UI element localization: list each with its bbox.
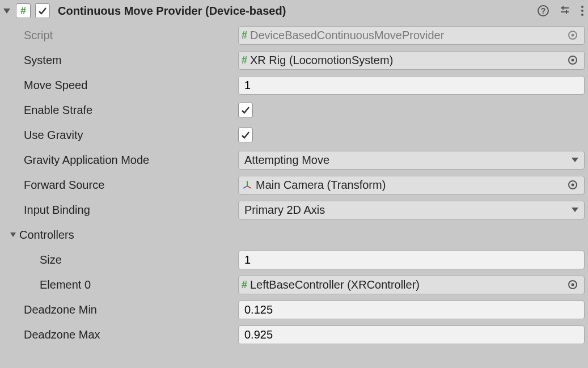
script-field: # DeviceBasedContinuousMoveProvider [238, 26, 585, 45]
system-field[interactable]: # XR Rig (LocomotionSystem) [238, 51, 585, 70]
object-picker-icon[interactable] [565, 30, 581, 40]
script-mini-icon: # [242, 282, 247, 287]
svg-line-14 [247, 186, 251, 188]
controllers-element0-value: LeftBaseController (XRController) [250, 278, 561, 291]
property-rows: Script # DeviceBasedContinuousMoveProvid… [0, 22, 588, 350]
foldout-icon [10, 232, 16, 237]
deadzone-max-field[interactable] [238, 325, 585, 344]
use-gravity-checkbox[interactable] [238, 128, 253, 142]
move-speed-field[interactable] [238, 76, 585, 95]
label-forward-source: Forward Source [3, 179, 238, 192]
script-value: DeviceBasedContinuousMoveProvider [250, 29, 561, 42]
svg-point-19 [572, 284, 574, 286]
deadzone-max-input[interactable] [244, 328, 578, 341]
component-title: Continuous Move Provider (Device-based) [58, 5, 532, 18]
row-system: System # XR Rig (LocomotionSystem) [3, 48, 585, 73]
controllers-size-input[interactable] [244, 253, 578, 267]
object-picker-icon[interactable] [565, 180, 581, 190]
label-use-gravity: Use Gravity [3, 129, 238, 142]
transform-icon [242, 180, 252, 190]
gravity-mode-value: Attempting Move [244, 154, 329, 167]
preset-icon[interactable] [559, 5, 571, 17]
deadzone-min-field[interactable] [238, 301, 585, 319]
object-picker-icon[interactable] [565, 55, 581, 65]
row-deadzone-min: Deadzone Min [3, 297, 585, 322]
svg-point-8 [581, 14, 583, 16]
forward-source-field[interactable]: Main Camera (Transform) [238, 176, 585, 194]
svg-text:?: ? [541, 6, 546, 15]
chevron-down-icon [572, 158, 578, 162]
forward-source-value: Main Camera (Transform) [256, 179, 561, 192]
row-use-gravity: Use Gravity [3, 122, 585, 147]
svg-point-10 [572, 34, 574, 37]
row-move-speed: Move Speed [3, 73, 585, 98]
label-gravity-mode: Gravity Application Mode [3, 154, 238, 167]
label-input-binding: Input Binding [3, 204, 238, 217]
svg-point-6 [581, 6, 583, 8]
label-script: Script [3, 29, 238, 42]
system-value: XR Rig (LocomotionSystem) [250, 54, 561, 67]
row-controllers-element0: Element 0 # LeftBaseController (XRContro… [3, 272, 585, 297]
component-inspector: # Continuous Move Provider (Device-based… [0, 0, 588, 350]
label-enable-strafe: Enable Strafe [3, 104, 238, 117]
header-icon-group: ? [537, 5, 585, 17]
script-mini-icon: # [242, 58, 247, 62]
row-controllers-size: Size [3, 247, 585, 272]
svg-line-15 [243, 186, 247, 188]
script-icon: # [16, 3, 31, 18]
label-system: System [3, 54, 238, 67]
enable-strafe-checkbox[interactable] [238, 103, 253, 117]
label-deadzone-min: Deadzone Min [3, 303, 238, 316]
svg-point-7 [581, 10, 583, 12]
label-controllers-element0: Element 0 [3, 278, 238, 291]
script-mini-icon: # [242, 33, 247, 37]
move-speed-input[interactable] [244, 79, 578, 92]
controllers-foldout[interactable]: Controllers [3, 229, 238, 242]
controllers-size-field[interactable] [238, 251, 585, 269]
label-controllers-size: Size [3, 253, 238, 267]
row-gravity-mode: Gravity Application Mode Attempting Move [3, 147, 585, 172]
context-menu-icon[interactable] [580, 5, 585, 17]
row-input-binding: Input Binding Primary 2D Axis [3, 197, 585, 222]
gravity-mode-dropdown[interactable]: Attempting Move [238, 151, 585, 170]
help-icon[interactable]: ? [537, 5, 549, 17]
input-binding-dropdown[interactable]: Primary 2D Axis [238, 201, 585, 219]
label-move-speed: Move Speed [3, 79, 238, 92]
row-enable-strafe: Enable Strafe [3, 98, 585, 122]
chevron-down-icon [572, 208, 578, 212]
object-picker-icon[interactable] [565, 280, 581, 290]
row-controllers: Controllers [3, 222, 585, 247]
deadzone-min-input[interactable] [244, 303, 578, 316]
component-foldout-icon[interactable] [3, 9, 10, 14]
controllers-element0-field[interactable]: # LeftBaseController (XRController) [238, 276, 585, 294]
label-controllers: Controllers [19, 229, 74, 242]
row-forward-source: Forward Source Main Camera (Transform) [3, 172, 585, 197]
label-deadzone-max: Deadzone Max [3, 328, 238, 341]
row-script: Script # DeviceBasedContinuousMoveProvid… [3, 23, 585, 48]
svg-point-12 [572, 59, 574, 62]
component-header: # Continuous Move Provider (Device-based… [0, 0, 588, 22]
row-deadzone-max: Deadzone Max [3, 322, 585, 347]
component-enable-checkbox[interactable] [35, 3, 50, 18]
svg-point-17 [572, 184, 574, 187]
input-binding-value: Primary 2D Axis [244, 204, 325, 217]
